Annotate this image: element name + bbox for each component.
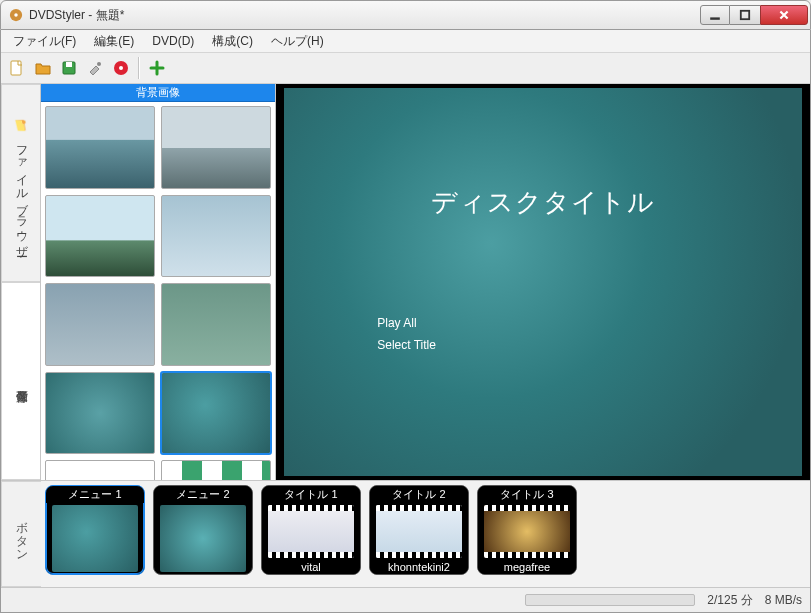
bg-thumb[interactable]: [161, 283, 271, 366]
app-icon: [9, 8, 23, 22]
minimize-button[interactable]: [700, 5, 730, 25]
browser-scroll[interactable]: [41, 102, 275, 480]
burn-button[interactable]: [109, 56, 133, 80]
close-button[interactable]: [760, 5, 808, 25]
background-browser: 背景画像: [41, 84, 276, 480]
tab-backgrounds[interactable]: 背景画像: [1, 282, 40, 480]
timeline-item-label: メニュー 1: [46, 486, 144, 503]
menu-item-play-all[interactable]: Play All: [377, 313, 436, 335]
timeline-menu-2[interactable]: メニュー 2: [153, 485, 253, 575]
save-button[interactable]: [57, 56, 81, 80]
bg-thumb[interactable]: [45, 372, 155, 455]
timeline-menu-1[interactable]: メニュー 1: [45, 485, 145, 575]
tab-file-browser-label: ファイルブラウザー: [13, 138, 30, 250]
menu-help[interactable]: ヘルプ(H): [263, 31, 332, 52]
timeline-item-label: タイトル 3: [478, 486, 576, 503]
statusbar: 2/125 分 8 MB/s: [1, 588, 810, 612]
svg-rect-4: [11, 61, 21, 75]
timeline-title-1[interactable]: タイトル 1 vital: [261, 485, 361, 575]
timeline-title-3[interactable]: タイトル 3 megafree: [477, 485, 577, 575]
add-button[interactable]: [145, 56, 169, 80]
svg-rect-2: [710, 17, 720, 19]
menu-config[interactable]: 構成(C): [204, 31, 261, 52]
bg-thumb[interactable]: [45, 195, 155, 278]
timeline-item-label: タイトル 1: [262, 486, 360, 503]
browser-header: 背景画像: [41, 84, 275, 102]
timeline-item-label: メニュー 2: [154, 486, 252, 503]
tab-file-browser[interactable]: 📁 ファイルブラウザー: [1, 84, 40, 282]
menu-item-select-title[interactable]: Select Title: [377, 335, 436, 357]
timeline-title-2[interactable]: タイトル 2 khonntekini2: [369, 485, 469, 575]
status-bitrate: 8 MB/s: [765, 593, 802, 607]
open-button[interactable]: [31, 56, 55, 80]
menu-preview[interactable]: ディスクタイトル Play All Select Title: [276, 84, 810, 480]
menu-file[interactable]: ファイル(F): [5, 31, 84, 52]
menu-edit[interactable]: 編集(E): [86, 31, 142, 52]
timeline-item-sublabel: khonntekini2: [370, 560, 468, 574]
svg-point-7: [97, 62, 101, 66]
svg-point-1: [14, 13, 18, 17]
timeline-item-sublabel: vital: [262, 560, 360, 574]
folder-icon: 📁: [14, 117, 29, 131]
tab-buttons[interactable]: ボタン: [1, 481, 41, 587]
left-side-tabs: 📁 ファイルブラウザー 背景画像: [1, 84, 41, 480]
bg-thumb[interactable]: [161, 106, 271, 189]
menubar: ファイル(F) 編集(E) DVD(D) 構成(C) ヘルプ(H): [1, 30, 810, 53]
timeline-thumb: [268, 505, 354, 558]
window-title: DVDStyler - 無題*: [29, 7, 700, 24]
disc-title[interactable]: ディスクタイトル: [284, 185, 802, 220]
maximize-button[interactable]: [730, 5, 760, 25]
timeline-item-label: タイトル 2: [370, 486, 468, 503]
svg-rect-3: [741, 11, 749, 19]
timeline-thumb: [52, 505, 138, 572]
svg-rect-6: [66, 62, 72, 67]
bg-thumb[interactable]: [161, 460, 271, 480]
timeline-thumb: [160, 505, 246, 572]
bg-thumb[interactable]: [45, 283, 155, 366]
bg-thumb[interactable]: [161, 195, 271, 278]
toolbar: [1, 53, 810, 84]
disc-usage-bar: [525, 594, 695, 606]
tab-buttons-label: ボタン: [13, 513, 30, 555]
toolbar-separator: [138, 57, 140, 79]
menu-dvd[interactable]: DVD(D): [144, 32, 202, 50]
timeline-item-sublabel: megafree: [478, 560, 576, 574]
timeline-thumb: [484, 505, 570, 558]
bg-thumb[interactable]: [45, 106, 155, 189]
new-button[interactable]: [5, 56, 29, 80]
bg-thumb[interactable]: [161, 372, 271, 455]
titlebar: DVDStyler - 無題*: [0, 0, 811, 30]
timeline-thumb: [376, 505, 462, 558]
dvd-menu-canvas[interactable]: ディスクタイトル Play All Select Title: [284, 88, 802, 477]
timeline[interactable]: メニュー 1 メニュー 2 タイトル 1 vital タイトル 2 khonnt…: [41, 481, 810, 587]
settings-button[interactable]: [83, 56, 107, 80]
bg-thumb[interactable]: [45, 460, 155, 480]
status-duration: 2/125 分: [707, 592, 752, 609]
svg-point-9: [119, 66, 123, 70]
